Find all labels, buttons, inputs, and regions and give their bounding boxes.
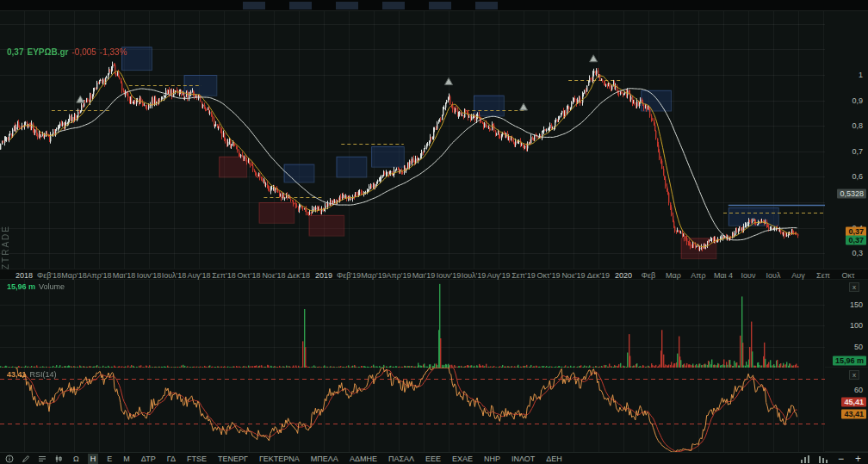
zoom-out-button[interactable]: −	[836, 454, 846, 464]
time-axis-label: Νοε'18	[262, 271, 285, 280]
chart-style-icon[interactable]	[818, 455, 828, 463]
time-axis-label: Αυγ'19	[487, 271, 510, 280]
time-axis[interactable]: 2018Φεβ'18Μαρ'18Απρ'18Μαι'18Ιουν'18Ιουλ'…	[0, 269, 868, 280]
toolbar-tab-ΕΧΑΕ[interactable]: ΕΧΑΕ	[450, 454, 475, 464]
rsi-value: 43,41	[7, 370, 27, 379]
navigator-block[interactable]	[429, 2, 451, 9]
time-axis-label: Οκτ'19	[537, 271, 561, 280]
time-axis-label: Φεβ	[642, 271, 655, 280]
toolbar-tab-ΜΠΕΛΑ[interactable]: ΜΠΕΛΑ	[308, 454, 341, 464]
volume-label: Volume	[39, 282, 65, 291]
toolbar-tab-ΠΑΣΑΛ[interactable]: ΠΑΣΑΛ	[386, 454, 417, 464]
time-axis-label: Μαρ'18	[61, 271, 87, 280]
volume-pane[interactable]: 15,96 mVolume x 1501005015,96 m	[0, 280, 868, 368]
rsi-label: RSI(14)	[30, 370, 57, 379]
chart-legend: 0,37ΕΥΡΩΒ.gr-0,005-1,33%	[7, 47, 131, 57]
toolbar-tab-Η[interactable]: Η	[88, 454, 99, 464]
top-navigator-strip[interactable]	[0, 0, 868, 11]
indicators-icon[interactable]	[38, 455, 46, 463]
time-axis-label: 2019	[315, 271, 332, 280]
volume-close-button[interactable]: x	[849, 282, 859, 292]
last-price: 0,37	[7, 47, 23, 57]
toolbar-tab-ΔΤΡ[interactable]: ΔΤΡ	[139, 454, 158, 464]
time-axis-label: Μαρ'19	[361, 271, 387, 280]
rsi-chart-canvas[interactable]	[0, 368, 825, 452]
time-axis-label: Οκτ'18	[238, 271, 261, 280]
time-axis-label: Μαι'19	[412, 271, 435, 280]
volume-chart-canvas[interactable]	[0, 280, 825, 368]
time-axis-label: Αυγ	[791, 271, 804, 280]
volume-badge-last: 15,96 m	[833, 356, 866, 366]
rsi-badge-orange: 43,41	[841, 409, 866, 418]
time-axis-label: Μαι'18	[113, 271, 135, 280]
candlestick-icon[interactable]	[54, 455, 63, 463]
toolbar-tab-ΤΕΝΕΡΓ[interactable]: ΤΕΝΕΡΓ	[215, 454, 251, 464]
toolbar-tab-Μ[interactable]: Μ	[121, 454, 133, 464]
toolbar-tab-Ε[interactable]: Ε	[104, 454, 115, 464]
navigator-block[interactable]	[336, 2, 358, 9]
time-axis-label: Νοε'19	[561, 271, 585, 280]
rsi-pane[interactable]: 43,41RSI(14) x 6045,4143,41	[0, 368, 868, 452]
volume-axis-label: 50	[854, 343, 863, 351]
bottom-toolbar: ΩΗΕΜΔΤΡΓΔFTSEΤΕΝΕΡΓΓΕΚΤΕΡΝΑΜΠΕΛΑΑΔΜΗΕΠΑΣ…	[0, 452, 868, 464]
info-icon[interactable]	[5, 455, 14, 463]
trading-app-window: 0,37ΕΥΡΩΒ.gr-0,005-1,33% ZTRADE 10,90,80…	[0, 0, 868, 464]
toolbar-tab-ΑΔΜΗΕ[interactable]: ΑΔΜΗΕ	[347, 454, 380, 464]
time-axis-label: Σεπ	[816, 271, 830, 280]
time-axis-label: Ιουν'18	[137, 271, 162, 280]
time-axis-label: Φεβ'18	[37, 271, 61, 280]
price-axis-label: 1	[859, 71, 863, 79]
price-change-pct: -1,33%	[100, 47, 127, 57]
volume-value: 15,96 m	[7, 282, 35, 291]
time-axis-label: 2020	[615, 271, 632, 280]
toolbar-tab-ΔΕΗ[interactable]: ΔΕΗ	[543, 454, 565, 464]
time-axis-label: Ιουλ'18	[162, 271, 187, 280]
navigator-block[interactable]	[475, 2, 498, 9]
navigator-block[interactable]	[382, 2, 405, 9]
volume-bars-icon[interactable]	[800, 455, 810, 463]
symbol-name[interactable]: ΕΥΡΩΒ.gr	[27, 47, 68, 57]
rsi-axis-label: 60	[854, 386, 863, 394]
time-axis-label: Απρ'18	[86, 271, 111, 280]
symbol-tabs: ΩΗΕΜΔΤΡΓΔFTSEΤΕΝΕΡΓΓΕΚΤΕΡΝΑΜΠΕΛΑΑΔΜΗΕΠΑΣ…	[71, 454, 565, 464]
price-badge-orange: 0,37	[846, 226, 866, 236]
time-axis-label: Σεπ'19	[512, 271, 536, 280]
time-axis-label: 2018	[16, 271, 33, 280]
time-axis-label: Απρ'19	[386, 271, 411, 280]
navigator-block[interactable]	[243, 2, 265, 9]
time-axis-label: Μαι 4	[714, 271, 733, 280]
price-badge-gray: 0,5328	[837, 189, 866, 199]
toolbar-right-group: − +	[800, 454, 863, 464]
time-axis-label: Δεκ'18	[288, 271, 310, 280]
toolbar-tab-ΙΝΛΟΤ[interactable]: ΙΝΛΟΤ	[509, 454, 537, 464]
time-axis-label: Φεβ'19	[337, 271, 361, 280]
time-axis-label: Ιουλ	[766, 271, 781, 280]
toolbar-tab-FTSE[interactable]: FTSE	[184, 454, 209, 464]
volume-axis-label: 150	[850, 300, 863, 309]
toolbar-tab-ΓΔ[interactable]: ΓΔ	[164, 454, 178, 464]
zoom-in-button[interactable]: +	[853, 454, 863, 464]
rsi-close-button[interactable]: x	[849, 370, 859, 380]
time-axis-label: Σεπ'18	[212, 271, 236, 280]
toolbar-tab-ΝΗΡ[interactable]: ΝΗΡ	[481, 454, 503, 464]
price-axis-label: 0,9	[852, 96, 863, 105]
time-axis-label: Ιουν	[741, 271, 756, 280]
rsi-badge-red: 45,41	[841, 398, 866, 407]
time-axis-label: Οκτ	[841, 271, 854, 280]
volume-axis-label: 100	[850, 321, 863, 330]
price-change: -0,005	[72, 47, 96, 57]
toolbar-tab-ΕΕΕ[interactable]: ΕΕΕ	[423, 454, 443, 464]
time-axis-label: Δεκ'19	[587, 271, 610, 280]
time-axis-label: Ιουλ'19	[462, 271, 487, 280]
time-axis-label: Μαρ	[666, 271, 681, 280]
price-pane[interactable]: 0,37ΕΥΡΩΒ.gr-0,005-1,33% ZTRADE 10,90,80…	[0, 11, 868, 269]
time-axis-label: Αυγ'18	[187, 271, 210, 280]
navigator-block[interactable]	[289, 2, 312, 9]
volume-title: 15,96 mVolume	[7, 282, 65, 291]
ztrade-watermark: ZTRADE	[1, 225, 10, 269]
price-axis-label: 0,6	[852, 172, 863, 181]
draw-icon[interactable]	[22, 455, 30, 463]
price-axis-label: 0,3	[852, 249, 863, 257]
toolbar-tab-ΓΕΚΤΕΡΝΑ[interactable]: ΓΕΚΤΕΡΝΑ	[257, 454, 302, 464]
toolbar-tab-Ω[interactable]: Ω	[71, 454, 82, 464]
